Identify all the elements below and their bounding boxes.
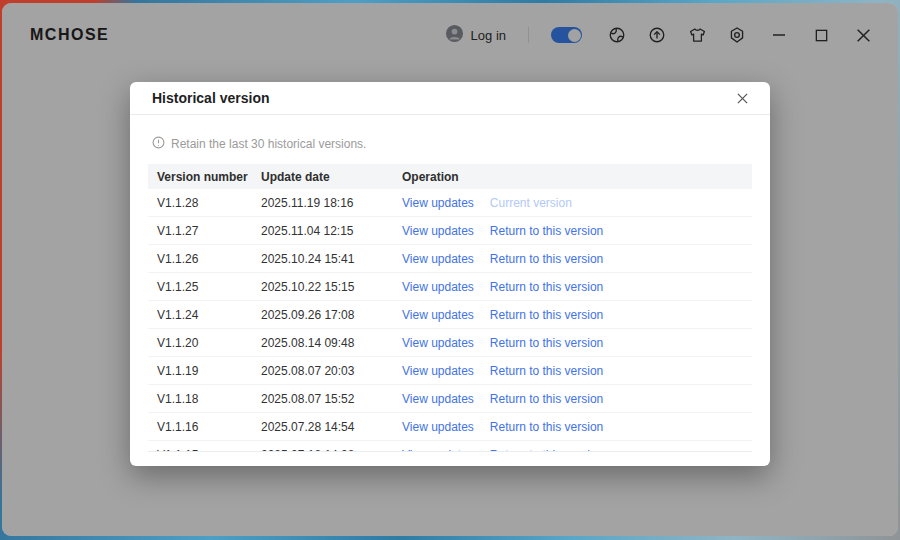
historical-version-dialog: Historical version Retain the last 30 hi…: [130, 82, 770, 466]
return-to-version-link[interactable]: Return to this version: [490, 308, 603, 322]
dialog-title: Historical version: [152, 90, 270, 106]
update-date: 2025.08.14 09:48: [261, 336, 402, 350]
operation-cell: View updatesReturn to this version: [402, 392, 752, 406]
version-number: V1.1.18: [148, 392, 261, 406]
version-table-body: V1.1.282025.11.19 18:16View updatesCurre…: [148, 189, 752, 452]
version-number: V1.1.16: [148, 420, 261, 434]
view-updates-link[interactable]: View updates: [402, 448, 474, 452]
version-row: V1.1.182025.08.07 15:52View updatesRetur…: [148, 385, 752, 413]
info-icon: [152, 136, 165, 152]
version-row: V1.1.272025.11.04 12:15View updatesRetur…: [148, 217, 752, 245]
version-number: V1.1.25: [148, 280, 261, 294]
update-date: 2025.07.28 14:54: [261, 420, 402, 434]
operation-cell: View updatesReturn to this version: [402, 448, 752, 452]
version-number: V1.1.26: [148, 252, 261, 266]
version-number: V1.1.24: [148, 308, 261, 322]
view-updates-link[interactable]: View updates: [402, 392, 474, 406]
update-date: 2025.10.24 15:41: [261, 252, 402, 266]
operation-cell: View updatesReturn to this version: [402, 280, 752, 294]
version-row: V1.1.162025.07.28 14:54View updatesRetur…: [148, 413, 752, 441]
dialog-close-icon[interactable]: [734, 90, 750, 106]
version-row: V1.1.282025.11.19 18:16View updatesCurre…: [148, 189, 752, 217]
return-to-version-link[interactable]: Return to this version: [490, 336, 603, 350]
return-to-version-link[interactable]: Return to this version: [490, 448, 603, 452]
operation-cell: View updatesReturn to this version: [402, 336, 752, 350]
update-date: 2025.09.26 17:08: [261, 308, 402, 322]
view-updates-link[interactable]: View updates: [402, 336, 474, 350]
version-row: V1.1.252025.10.22 15:15View updatesRetur…: [148, 273, 752, 301]
dialog-header: Historical version: [130, 82, 770, 115]
view-updates-link[interactable]: View updates: [402, 252, 474, 266]
update-date: 2025.07.18 14:08: [261, 448, 402, 452]
column-header-version: Version number: [148, 170, 261, 184]
return-to-version-link[interactable]: Return to this version: [490, 280, 603, 294]
view-updates-link[interactable]: View updates: [402, 196, 474, 210]
retention-notice-text: Retain the last 30 historical versions.: [171, 137, 366, 151]
retention-notice: Retain the last 30 historical versions.: [152, 136, 752, 152]
version-number: V1.1.20: [148, 336, 261, 350]
operation-cell: View updatesReturn to this version: [402, 308, 752, 322]
return-to-version-link[interactable]: Return to this version: [490, 392, 603, 406]
view-updates-link[interactable]: View updates: [402, 308, 474, 322]
update-date: 2025.11.19 18:16: [261, 196, 402, 210]
version-row: V1.1.242025.09.26 17:08View updatesRetur…: [148, 301, 752, 329]
version-number: V1.1.27: [148, 224, 261, 238]
version-row: V1.1.192025.08.07 20:03View updatesRetur…: [148, 357, 752, 385]
operation-cell: View updatesReturn to this version: [402, 252, 752, 266]
update-date: 2025.11.04 12:15: [261, 224, 402, 238]
operation-cell: View updatesReturn to this version: [402, 420, 752, 434]
operation-cell: View updatesReturn to this version: [402, 224, 752, 238]
update-date: 2025.08.07 15:52: [261, 392, 402, 406]
update-date: 2025.10.22 15:15: [261, 280, 402, 294]
return-to-version-link[interactable]: Return to this version: [490, 252, 603, 266]
view-updates-link[interactable]: View updates: [402, 224, 474, 238]
return-to-version-link[interactable]: Return to this version: [490, 224, 603, 238]
table-header-row: Version number Update date Operation: [148, 164, 752, 189]
view-updates-link[interactable]: View updates: [402, 364, 474, 378]
return-to-version-link[interactable]: Return to this version: [490, 420, 603, 434]
return-to-version-link[interactable]: Return to this version: [490, 364, 603, 378]
dialog-body: Retain the last 30 historical versions. …: [130, 136, 770, 452]
version-row: V1.1.152025.07.18 14:08View updatesRetur…: [148, 441, 752, 452]
update-date: 2025.08.07 20:03: [261, 364, 402, 378]
version-row: V1.1.202025.08.14 09:48View updatesRetur…: [148, 329, 752, 357]
column-header-operation: Operation: [402, 170, 752, 184]
current-version-label: Current version: [490, 196, 572, 210]
version-number: V1.1.28: [148, 196, 261, 210]
version-number: V1.1.15: [148, 448, 261, 452]
view-updates-link[interactable]: View updates: [402, 420, 474, 434]
operation-cell: View updatesCurrent version: [402, 196, 752, 210]
column-header-date: Update date: [261, 170, 402, 184]
version-row: V1.1.262025.10.24 15:41View updatesRetur…: [148, 245, 752, 273]
view-updates-link[interactable]: View updates: [402, 280, 474, 294]
version-number: V1.1.19: [148, 364, 261, 378]
operation-cell: View updatesReturn to this version: [402, 364, 752, 378]
